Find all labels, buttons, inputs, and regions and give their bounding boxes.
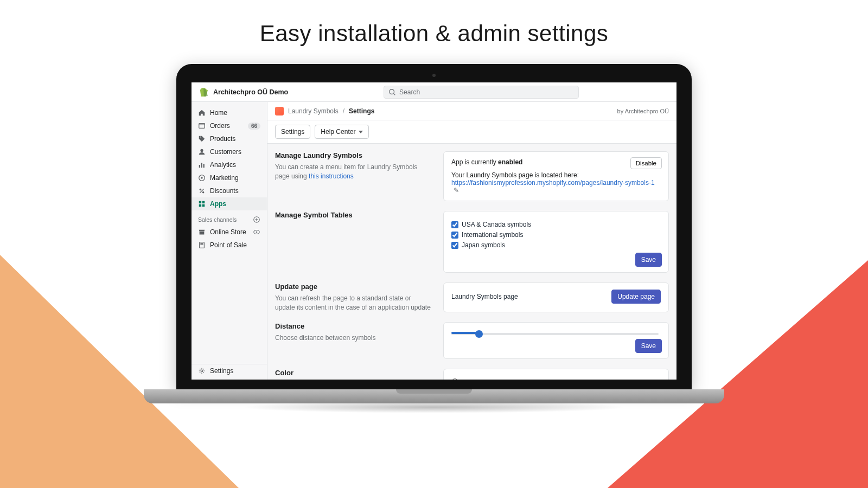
checkbox-japan[interactable]: Japan symbols	[451, 241, 661, 249]
update-page-button[interactable]: Update page	[611, 290, 661, 304]
orders-badge: 66	[248, 123, 260, 130]
svg-point-10	[200, 189, 202, 191]
color-card: White Black Save	[443, 369, 669, 380]
svg-point-0	[390, 89, 394, 94]
edit-pencil-icon[interactable]: ✎	[454, 187, 459, 194]
svg-rect-7	[203, 164, 205, 168]
search-icon	[388, 88, 396, 96]
svg-rect-5	[199, 165, 200, 168]
panel-title: Color	[275, 369, 432, 377]
nav-analytics[interactable]: Analytics	[192, 158, 267, 171]
store-icon	[198, 228, 206, 236]
nav-label: Products	[210, 135, 235, 143]
breadcrumb-sep: /	[343, 107, 344, 115]
pos-icon	[198, 241, 206, 249]
checkbox-label: International symbols	[462, 231, 523, 239]
nav-label: Apps	[210, 200, 226, 208]
nav-marketing[interactable]: Marketing	[192, 171, 267, 184]
search-input[interactable]: Search	[384, 86, 579, 99]
nav-label: Home	[210, 109, 227, 117]
disable-button[interactable]: Disable	[630, 157, 662, 169]
apps-icon	[198, 200, 206, 208]
svg-rect-14	[202, 201, 205, 203]
breadcrumb-app[interactable]: Laundry Symbols	[288, 107, 339, 115]
panel-distance: Distance Choose distance between symbols…	[275, 322, 669, 359]
page-heading: Easy installation & admin settings	[0, 21, 868, 47]
svg-point-11	[202, 191, 205, 194]
svg-point-9	[201, 177, 203, 179]
checkbox-international[interactable]: International symbols	[451, 231, 661, 239]
radio-label: White	[462, 378, 478, 380]
nav-label: Customers	[210, 148, 241, 156]
svg-line-1	[394, 93, 395, 95]
panel-color: Color Choose color White Black Save	[275, 369, 669, 380]
nav-orders[interactable]: Orders 66	[192, 119, 267, 132]
panel-desc: You can create a menu item for Laundry S…	[275, 163, 432, 181]
panel-title: Manage Laundry Symbols	[275, 151, 432, 159]
nav-discounts[interactable]: Discounts	[192, 184, 267, 197]
nav-home[interactable]: Home	[192, 106, 267, 119]
manage-card: Disable App is currently enabled Your La…	[443, 151, 669, 201]
radio-white[interactable]: White	[451, 378, 661, 380]
checkbox-usa-canada[interactable]: USA & Canada symbols	[451, 221, 661, 228]
checkbox-label: Japan symbols	[462, 241, 505, 249]
nav-label: Marketing	[210, 174, 239, 182]
content-area: Laundry Symbols / Settings by Architechp…	[267, 102, 676, 380]
analytics-icon	[198, 161, 206, 169]
nav-online-store[interactable]: Online Store	[192, 226, 267, 239]
save-button[interactable]: Save	[635, 253, 662, 267]
svg-point-4	[200, 149, 203, 152]
save-button[interactable]: Save	[635, 339, 662, 353]
settings-button[interactable]: Settings	[275, 125, 310, 139]
distance-slider[interactable]	[451, 333, 659, 335]
laptop-frame: Architechpro OÜ Demo Search	[176, 64, 692, 413]
nav-settings[interactable]: Settings	[192, 364, 267, 377]
page-url-link[interactable]: https://fashionismyprofession.myshopify.…	[451, 179, 655, 187]
byline: by Architechpro OÜ	[617, 108, 669, 114]
nav-label: Point of Sale	[210, 241, 247, 249]
help-center-button[interactable]: Help Center	[315, 125, 369, 139]
panel-desc: Choose distance between symbols	[275, 333, 432, 343]
percent-icon	[198, 187, 206, 195]
gear-icon	[198, 367, 206, 375]
svg-rect-13	[199, 201, 201, 203]
nav-apps[interactable]: Apps	[192, 197, 267, 210]
plus-circle-icon[interactable]	[253, 216, 260, 223]
laptop-base	[144, 389, 724, 403]
panel-manage-symbols: Manage Laundry Symbols You can create a …	[275, 151, 669, 201]
instructions-link[interactable]: this instructions	[309, 172, 354, 180]
nav-label: Orders	[210, 122, 230, 130]
sales-channels-header: Sales channels	[192, 210, 267, 226]
nav-label: Analytics	[210, 161, 236, 169]
svg-rect-22	[200, 242, 205, 248]
search-placeholder: Search	[399, 88, 420, 96]
breadcrumb-current: Settings	[349, 107, 374, 115]
update-page-label: Laundry Symbols page	[451, 293, 518, 300]
app-screen: Architechpro OÜ Demo Search	[192, 82, 676, 380]
checkbox-label: USA & Canada symbols	[462, 221, 531, 228]
tables-card: USA & Canada symbols International symbo…	[443, 211, 669, 273]
nav-customers[interactable]: Customers	[192, 145, 267, 158]
panel-title: Distance	[275, 322, 432, 330]
orders-icon	[198, 122, 206, 130]
shopify-logo-icon	[199, 87, 208, 97]
page-location-label: Your Laundry Symbols page is located her…	[451, 171, 661, 179]
svg-rect-6	[201, 163, 202, 168]
svg-rect-2	[199, 124, 205, 129]
store-name: Architechpro OÜ Demo	[213, 88, 288, 96]
svg-point-21	[256, 232, 258, 233]
eye-icon[interactable]	[253, 228, 260, 236]
panel-desc: You can refresh the page to a standard s…	[275, 294, 432, 312]
nav-point-of-sale[interactable]: Point of Sale	[192, 239, 267, 252]
nav-label: Settings	[210, 367, 233, 375]
panel-title: Update page	[275, 282, 432, 291]
panel-title: Manage Symbol Tables	[275, 211, 432, 219]
panel-symbol-tables: Manage Symbol Tables USA & Canada symbol…	[275, 211, 669, 273]
app-icon	[275, 107, 284, 115]
update-card: Laundry Symbols page Update page	[443, 282, 669, 312]
action-button-row: Settings Help Center	[267, 120, 676, 144]
nav-products[interactable]: Products	[192, 132, 267, 145]
nav-label: Discounts	[210, 187, 239, 195]
panel-update-page: Update page You can refresh the page to …	[275, 282, 669, 312]
home-icon	[198, 109, 206, 117]
